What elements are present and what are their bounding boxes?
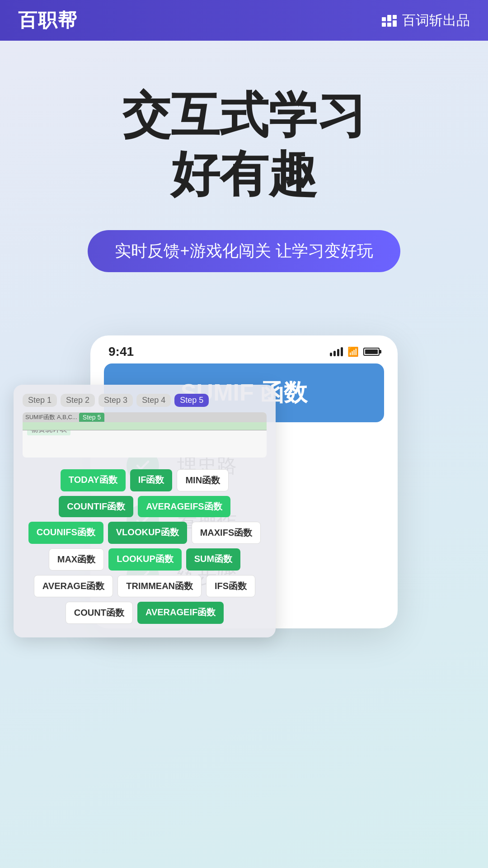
step-1: Step 1 [23,394,57,407]
tag-lookup: LOOKUP函数 [108,548,182,571]
function-tags-grid: TODAY函数 IF函数 MIN函数 COUNTIF函数 AVERAGEIFS函… [23,465,267,628]
hero-section: 交互式学习 好有趣 实时反馈+游戏化闯关 让学习变好玩 [0,41,488,299]
hero-title: 交互式学习 好有趣 [18,86,470,203]
phone-status-bar: 9:41 📶 [90,335,398,363]
tag-maxifs: MAXIFS函数 [192,522,261,544]
tag-min: MIN函数 [177,469,229,491]
phone-time: 9:41 [108,344,134,359]
tag-counifs: COUNIFS函数 [28,522,103,544]
tag-sum: SUM函数 [186,548,240,571]
tag-vlookup: VLOOKUP函数 [108,522,187,544]
mockup-area: Step 1 Step 2 Step 3 Step 4 Step 5 SUMIF… [41,335,447,628]
excel-active-tab: Step 5 [79,413,104,422]
tag-trimmean: TRIMMEAN函数 [117,575,202,597]
excel-header: SUMIF函数 A,B,C... Step 5 [23,412,267,422]
steps-bar: Step 1 Step 2 Step 3 Step 4 Step 5 [23,394,267,407]
wifi-icon: 📶 [347,346,359,357]
tag-today: TODAY函数 [61,469,126,491]
battery-icon [363,348,380,356]
tag-max: MAX函数 [49,548,104,571]
tag-averageif: AVERAGEIF函数 [137,602,224,624]
mini-excel: SUMIF函数 A,B,C... Step 5 物资统计表 [23,412,267,458]
tag-averageifs: AVERAGEIFS函数 [138,496,230,517]
tag-ifs: IFS函数 [206,575,255,597]
overlay-card: Step 1 Step 2 Step 3 Step 4 Step 5 SUMIF… [14,385,276,637]
tag-average: AVERAGE函数 [34,575,113,597]
step-5-active: Step 5 [174,394,209,407]
status-icons: 📶 [330,346,380,357]
app-header: 百职帮 百词斩出品 [0,0,488,41]
step-3: Step 3 [99,394,133,407]
tag-if: IF函数 [130,469,173,491]
signal-icon [330,347,343,356]
logo: 百职帮 [18,8,78,33]
hero-badge: 实时反馈+游戏化闯关 让学习变好玩 [88,230,400,272]
brand-name: 百词斩出品 [402,11,470,30]
step-4: Step 4 [136,394,171,407]
tag-countif: COUNTIF函数 [59,496,133,517]
brand-info: 百词斩出品 [382,11,470,30]
step-2: Step 2 [61,394,95,407]
tag-count: COUNT函数 [66,602,133,624]
brand-logo-icon [382,14,397,27]
